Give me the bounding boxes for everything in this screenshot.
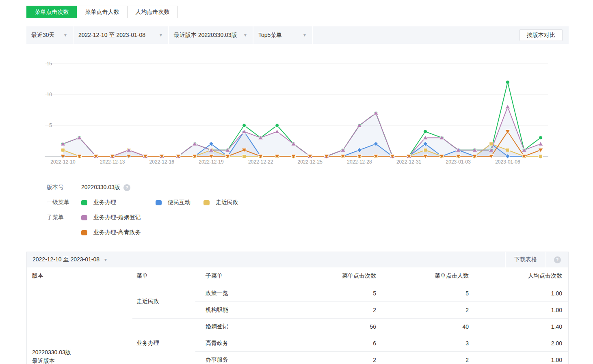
menu-cell: 业务办理 xyxy=(132,318,195,364)
svg-text:2022-12-25: 2022-12-25 xyxy=(298,159,323,165)
date-range-label: 2022-12-10 至 2023-01-08 xyxy=(78,32,145,39)
legend-item-gaoqingzhengwu: 业务办理-高青政务 xyxy=(81,229,141,236)
legend-version-row: 版本号 20220330.03版 ? xyxy=(47,183,569,192)
chevron-down-icon: ▼ xyxy=(159,33,163,37)
svg-text:2022-12-31: 2022-12-31 xyxy=(396,159,422,165)
col-click-users: 菜单点击人数 xyxy=(382,267,475,285)
click-users-cell: 5 xyxy=(382,285,475,302)
table-toolbar: 2022-12-10 至 2023-01-08 ▼ 下载表格 ? xyxy=(27,252,568,267)
chevron-down-icon: ▼ xyxy=(104,258,108,262)
svg-text:2022-12-10: 2022-12-10 xyxy=(50,159,76,165)
avg-clicks-cell: 1.00 xyxy=(475,351,568,364)
avg-clicks-cell: 1.00 xyxy=(475,285,568,302)
table-period-dropdown[interactable]: 2022-12-10 至 2023-01-08 ▼ xyxy=(27,252,505,267)
col-submenu: 子菜单 xyxy=(195,267,301,285)
chevron-down-icon: ▼ xyxy=(63,33,67,37)
menu-cell: 走近民政 xyxy=(132,285,195,318)
svg-text:2022-12-16: 2022-12-16 xyxy=(149,159,175,165)
avg-clicks-cell: 2.00 xyxy=(475,335,568,351)
svg-text:2023-01-03: 2023-01-03 xyxy=(446,159,471,165)
submenu-label: 子菜单 xyxy=(47,214,81,221)
chevron-down-icon: ▼ xyxy=(303,33,307,37)
click-users-cell: 2 xyxy=(382,351,475,364)
svg-text:5: 5 xyxy=(49,123,52,128)
legend-swatch-purple xyxy=(81,215,87,220)
col-menu: 菜单 xyxy=(132,267,195,285)
col-version: 版本 xyxy=(27,267,132,285)
svg-text:2022-12-13: 2022-12-13 xyxy=(100,159,125,165)
date-preset-dropdown[interactable]: 最近30天 ▼ xyxy=(26,26,73,44)
table-row: 20220330.03版 最近版本 走近民政 政策一览 5 5 1.00 xyxy=(27,285,568,302)
legend-submenu-row: 子菜单 业务办理-婚姻登记 xyxy=(47,213,569,222)
legend-level1-row: 一级菜单 业务办理 便民互动 走近民政 xyxy=(47,198,569,207)
click-users-cell: 3 xyxy=(382,335,475,351)
chart-legend: 版本号 20220330.03版 ? 一级菜单 业务办理 便民互动 走近民政 子… xyxy=(26,183,569,237)
metric-tabs: 菜单点击次数 菜单点击人数 人均点击次数 xyxy=(26,6,593,18)
submenu-cell: 办事服务 xyxy=(195,351,301,364)
avg-clicks-cell: 1.00 xyxy=(475,302,568,318)
click-count-cell: 2 xyxy=(301,302,382,318)
legend-item-hunyindengji: 业务办理-婚姻登记 xyxy=(81,214,141,221)
detail-table-panel: 2022-12-10 至 2023-01-08 ▼ 下载表格 ? 版本 菜单 子… xyxy=(26,252,569,364)
submenu-cell: 政策一览 xyxy=(195,285,301,302)
click-users-cell: 2 xyxy=(382,302,475,318)
click-users-cell: 40 xyxy=(382,318,475,335)
legend-swatch-green xyxy=(81,200,87,205)
tab-menu-click-users[interactable]: 菜单点击人数 xyxy=(77,6,128,18)
version-filter-label: 最近版本 20220330.03版 xyxy=(174,32,237,39)
compare-by-version-button[interactable]: 按版本对比 xyxy=(519,29,563,41)
table-period-label: 2022-12-10 至 2023-01-08 xyxy=(32,256,100,263)
legend-item-yewubanli: 业务办理 xyxy=(81,199,156,206)
top-menu-label: Top5菜单 xyxy=(258,32,282,39)
submenu-cell: 高青政务 xyxy=(195,335,301,351)
top-menu-dropdown[interactable]: Top5菜单 ▼ xyxy=(253,26,312,44)
legend-item-bianminhudong: 便民互动 xyxy=(156,199,203,206)
click-count-cell: 56 xyxy=(301,318,382,335)
legend-submenu-row2: 业务办理-高青政务 xyxy=(47,228,569,237)
version-dropdown[interactable]: 最近版本 20220330.03版 ▼ xyxy=(169,26,253,44)
version-cell: 20220330.03版 最近版本 xyxy=(27,285,132,364)
chevron-down-icon: ▼ xyxy=(243,33,247,37)
version-number-value: 20220330.03版 xyxy=(81,184,120,191)
svg-text:2023-01-06: 2023-01-06 xyxy=(495,159,520,165)
menu-stats-table: 版本 菜单 子菜单 菜单点击次数 菜单点击人数 人均点击次数 20220330.… xyxy=(27,267,568,364)
col-avg-clicks: 人均点击次数 xyxy=(475,267,568,285)
svg-text:2022-12-28: 2022-12-28 xyxy=(347,159,372,165)
table-help-cell[interactable]: ? xyxy=(545,252,568,267)
col-click-count: 菜单点击次数 xyxy=(301,267,382,285)
svg-text:15: 15 xyxy=(47,61,52,67)
legend-swatch-blue xyxy=(156,200,162,205)
legend-swatch-orange xyxy=(81,230,87,235)
date-range-dropdown[interactable]: 2022-12-10 至 2023-01-08 ▼ xyxy=(74,26,168,44)
chart-panel: 最近30天 ▼ 2022-12-10 至 2023-01-08 ▼ 最近版本 2… xyxy=(26,26,569,237)
menu-click-chart: 510152022-12-102022-12-132022-12-162022-… xyxy=(26,44,569,170)
date-preset-label: 最近30天 xyxy=(31,32,55,39)
svg-text:2022-12-19: 2022-12-19 xyxy=(199,159,224,165)
help-icon: ? xyxy=(554,256,561,263)
click-count-cell: 6 xyxy=(301,335,382,351)
legend-swatch-yellow xyxy=(203,200,210,205)
click-count-cell: 5 xyxy=(301,285,382,302)
svg-text:10: 10 xyxy=(47,92,52,97)
table-header-row: 版本 菜单 子菜单 菜单点击次数 菜单点击人数 人均点击次数 xyxy=(27,267,568,285)
level1-menu-label: 一级菜单 xyxy=(47,199,81,206)
tab-menu-click-count[interactable]: 菜单点击次数 xyxy=(26,6,77,18)
svg-text:2022-12-22: 2022-12-22 xyxy=(248,159,273,165)
avg-clicks-cell: 1.40 xyxy=(475,318,568,335)
click-count-cell: 2 xyxy=(301,351,382,364)
filter-bar: 最近30天 ▼ 2022-12-10 至 2023-01-08 ▼ 最近版本 2… xyxy=(26,26,569,44)
submenu-cell: 婚姻登记 xyxy=(195,318,301,335)
download-table-button[interactable]: 下载表格 xyxy=(505,252,545,267)
tab-avg-clicks-per-user[interactable]: 人均点击次数 xyxy=(127,6,178,18)
version-name: 20220330.03版 xyxy=(32,348,132,357)
legend-item-zoujinminzheng: 走近民政 xyxy=(203,199,238,206)
version-number-label: 版本号 xyxy=(47,184,81,191)
version-tag: 最近版本 xyxy=(32,357,132,364)
submenu-cell: 机构职能 xyxy=(195,302,301,318)
help-icon[interactable]: ? xyxy=(123,184,130,191)
